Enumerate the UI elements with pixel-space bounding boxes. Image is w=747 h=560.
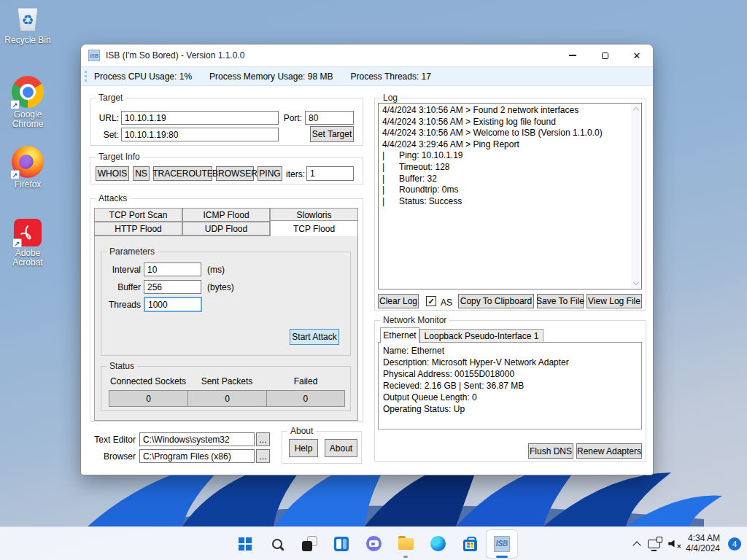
- network-tray-icon[interactable]: [648, 540, 660, 548]
- log-entry: | Buffer: 32: [382, 174, 638, 185]
- interval-input[interactable]: 10: [144, 262, 201, 276]
- iters-input[interactable]: 1: [306, 166, 354, 181]
- net-info-line: Operating Status: Up: [383, 403, 637, 415]
- search-button[interactable]: [261, 529, 293, 559]
- isb-app-icon: ISB: [494, 536, 510, 552]
- url-input[interactable]: 10.10.1.19: [121, 111, 279, 125]
- threads-input[interactable]: 1000: [144, 297, 202, 312]
- view-log-file-button[interactable]: View Log File: [587, 294, 642, 308]
- log-entry: | Ping: 10.10.1.19: [382, 150, 638, 162]
- hidden-icons-chevron-icon[interactable]: [633, 541, 641, 549]
- tab-icmp-flood[interactable]: ICMP Flood: [182, 208, 270, 222]
- minimize-button[interactable]: [557, 44, 589, 66]
- browser-input[interactable]: C:\Program Files (x86): [139, 449, 255, 463]
- tab-loopback[interactable]: Loopback Pseudo-Interface 1: [419, 329, 543, 343]
- log-entry: 4/4/2024 3:10:56 AM > Found 2 network in…: [382, 105, 638, 117]
- log-entry: 4/4/2024 3:10:56 AM > Welcome to ISB (Ve…: [382, 128, 638, 139]
- whois-button[interactable]: WHOIS: [96, 166, 129, 181]
- autoscroll-label: AS: [441, 298, 452, 308]
- minimize-icon: [569, 55, 576, 56]
- desktop-icon-label: Recycle Bin: [0, 36, 57, 45]
- text-editor-input[interactable]: C:\Windows\system32: [139, 432, 255, 446]
- copy-to-clipboard-button[interactable]: Copy To Clipboard: [458, 294, 534, 308]
- start-button[interactable]: [229, 529, 261, 559]
- buffer-input[interactable]: 256: [144, 280, 201, 294]
- start-attack-button[interactable]: Start Attack: [290, 329, 339, 345]
- scroll-up-icon[interactable]: [632, 107, 638, 113]
- group-label: Log: [380, 93, 400, 103]
- task-view-button[interactable]: [293, 529, 325, 559]
- edge-icon: [430, 536, 446, 551]
- traceroute-button[interactable]: TRACEROUTE: [153, 166, 212, 181]
- about-button[interactable]: About: [325, 439, 357, 457]
- group-label: Attacks: [96, 193, 130, 203]
- isb-taskbar-button[interactable]: ISB: [486, 529, 518, 559]
- net-info-line: Name: Ethernet: [383, 345, 637, 357]
- tab-tcp-port-scan[interactable]: TCP Port Scan: [94, 208, 182, 222]
- desktop-icon-acrobat[interactable]: ↗ Adobe Acrobat: [0, 219, 57, 268]
- clock[interactable]: 4:34 AM 4/4/2024: [686, 534, 720, 553]
- file-explorer-button[interactable]: [390, 529, 422, 559]
- search-icon: [272, 539, 282, 549]
- tray-time: 4:34 AM: [686, 534, 720, 544]
- flush-dns-button[interactable]: Flush DNS: [528, 443, 573, 459]
- text-editor-browse-button[interactable]: ...: [256, 432, 270, 446]
- threads-label: Threads: [101, 300, 141, 310]
- desktop: ♻ Recycle Bin ↗ Google Chrome ↗ Firefox …: [0, 0, 747, 560]
- tray-date: 4/4/2024: [686, 544, 720, 554]
- cpu-usage-text: Process CPU Usage: 1%: [94, 71, 192, 82]
- status-col-header: Sent Packets: [187, 376, 266, 386]
- tab-ethernet[interactable]: Ethernet: [380, 327, 419, 343]
- desktop-icon-recycle-bin[interactable]: ♻ Recycle Bin: [0, 6, 57, 45]
- clear-log-button[interactable]: Clear Log: [378, 294, 419, 308]
- toolstrip-grip[interactable]: [85, 71, 87, 82]
- titlebar[interactable]: ISB ISB (I'm So Bored) - Version 1.1.0.0…: [81, 44, 653, 66]
- port-input[interactable]: 80: [305, 111, 354, 125]
- save-to-file-button[interactable]: Save To File: [537, 294, 584, 308]
- browser-browse-button[interactable]: ...: [256, 449, 270, 463]
- chat-button[interactable]: [357, 529, 390, 559]
- iters-label: iters:: [286, 169, 305, 179]
- desktop-icon-chrome[interactable]: ↗ Google Chrome: [0, 76, 57, 129]
- close-button[interactable]: ✕: [621, 44, 653, 66]
- log-entry: | Timeout: 128: [382, 162, 638, 174]
- store-button[interactable]: [454, 529, 486, 559]
- log-listbox[interactable]: 4/4/2024 3:10:56 AM > Found 2 network in…: [378, 103, 642, 289]
- set-input[interactable]: 10.10.1.19:80: [121, 128, 279, 141]
- log-scrollbar[interactable]: [631, 104, 640, 288]
- scroll-down-icon[interactable]: [632, 279, 638, 285]
- group-label: Parameters: [107, 246, 158, 257]
- renew-adapters-button[interactable]: Renew Adapters: [576, 443, 642, 459]
- windows-logo-icon: [239, 537, 252, 551]
- widgets-icon: [334, 537, 349, 551]
- set-target-button[interactable]: Set Target: [310, 126, 354, 142]
- volume-muted-icon[interactable]: ✕: [668, 539, 678, 548]
- isb-window: ISB ISB (I'm So Bored) - Version 1.1.0.0…: [80, 44, 654, 475]
- net-info-line: Output Queue Length: 0: [383, 392, 637, 403]
- desktop-icon-firefox[interactable]: ↗ Firefox: [0, 146, 57, 190]
- edge-button[interactable]: [422, 529, 454, 559]
- desktop-icon-label: Adobe Acrobat: [7, 249, 48, 268]
- close-icon: ✕: [633, 50, 641, 61]
- widgets-button[interactable]: [325, 529, 357, 559]
- acrobat-icon: ↗: [14, 219, 42, 246]
- window-title: ISB (I'm So Bored) - Version 1.1.0.0: [106, 50, 244, 61]
- notification-badge[interactable]: 4: [728, 537, 741, 551]
- tab-tcp-flood[interactable]: TCP Flood: [270, 220, 358, 236]
- tab-udp-flood[interactable]: UDP Flood: [182, 222, 270, 236]
- help-button[interactable]: Help: [289, 439, 318, 457]
- group-label: Status: [107, 361, 137, 371]
- tab-http-flood[interactable]: HTTP Flood: [94, 222, 182, 236]
- maximize-button[interactable]: [589, 44, 621, 66]
- app-icon: ISB: [88, 50, 100, 61]
- running-indicator: [403, 556, 408, 558]
- firefox-icon: ↗: [12, 146, 44, 178]
- log-entry: | Status: Success: [382, 196, 638, 208]
- group-label: Target Info: [96, 152, 143, 162]
- memory-usage-text: Process Memory Usage: 98 MB: [209, 71, 333, 82]
- browser-button[interactable]: BROWSER: [216, 166, 254, 181]
- ns-button[interactable]: NS: [133, 166, 150, 181]
- autoscroll-checkbox[interactable]: ✓: [426, 296, 436, 306]
- port-label: Port:: [279, 113, 302, 123]
- ping-button[interactable]: PING: [258, 166, 282, 181]
